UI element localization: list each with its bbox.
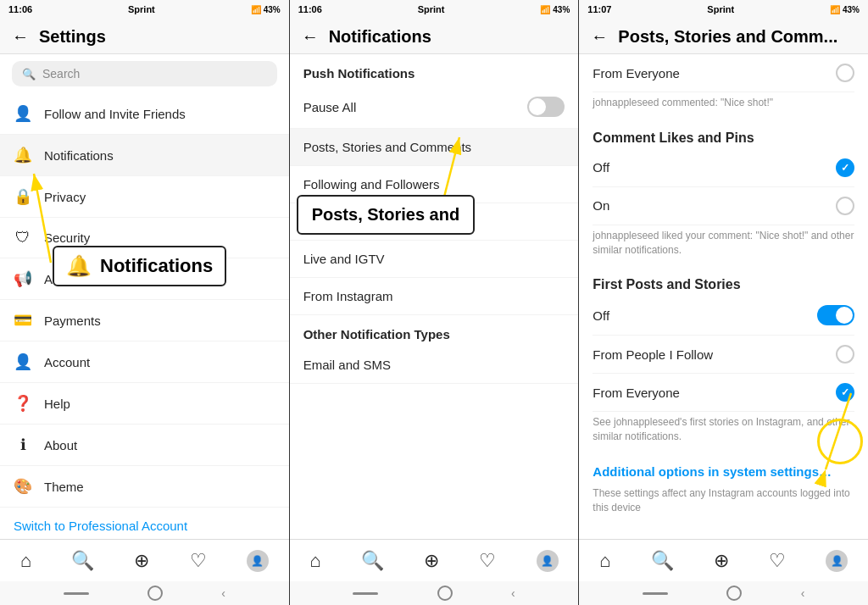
home-nav-1[interactable]: ⌂: [20, 550, 31, 572]
notifications-screen: 11:06 Sprint 📶 43% ← Notifications Push …: [290, 0, 580, 605]
from-people-follow-row[interactable]: From People I Follow: [593, 336, 854, 374]
settings-menu-list: 👤 Follow and Invite Friends 🔔 Notificati…: [0, 93, 289, 539]
gesture-chevron-3: ‹: [801, 586, 805, 600]
gesture-bar-1: ‹: [0, 581, 289, 605]
from-everyone-bottom-row[interactable]: From Everyone: [593, 374, 854, 412]
additional-options-text: Additional options in system settings…: [593, 464, 832, 479]
gesture-chevron-2: ‹: [511, 586, 515, 600]
search-bar[interactable]: 🔍 Search: [12, 61, 277, 86]
back-button-2[interactable]: ←: [302, 27, 319, 47]
menu-item-theme[interactable]: 🎨 Theme: [0, 466, 289, 508]
plus-nav-1[interactable]: ⊕: [134, 550, 149, 572]
status-bar-1: 11:06 Sprint 📶 43%: [0, 0, 289, 19]
from-people-follow-radio[interactable]: [836, 345, 854, 364]
from-everyone-top-label: From Everyone: [593, 66, 836, 80]
switch-professional-link[interactable]: Switch to Professional Account: [0, 508, 289, 539]
time-1: 11:06: [8, 4, 32, 14]
menu-item-notifications[interactable]: 🔔 Notifications: [0, 135, 289, 176]
notif-pause-all[interactable]: Pause All: [290, 86, 579, 129]
posts-stories-label: Posts, Stories and Comments: [303, 140, 471, 154]
avatar-nav-2[interactable]: 👤: [537, 550, 559, 572]
menu-item-follow[interactable]: 👤 Follow and Invite Friends: [0, 93, 289, 135]
menu-item-about[interactable]: ℹ About: [0, 425, 289, 466]
status-icons-2: 📶 43%: [540, 5, 570, 14]
additional-options-link[interactable]: Additional options in system settings…: [593, 452, 854, 483]
heart-nav-3[interactable]: ♡: [769, 550, 786, 572]
about-icon: ℹ: [14, 436, 32, 454]
first-posts-title: First Posts and Stories: [593, 265, 854, 296]
notifications-title: Notifications: [329, 27, 431, 47]
time-3: 11:07: [587, 4, 611, 14]
toggle-knob-pause: [529, 98, 546, 115]
heart-nav-1[interactable]: ♡: [190, 550, 207, 572]
from-instagram-label: From Instagram: [303, 289, 393, 303]
notif-email-sms[interactable]: Email and SMS: [290, 347, 579, 384]
bottom-nav-2: ⌂ 🔍 ⊕ ♡ 👤: [290, 539, 579, 581]
live-label: Live and IGTV: [303, 252, 385, 266]
menu-item-account[interactable]: 👤 Account: [0, 341, 289, 383]
status-bar-2: 11:06 Sprint 📶 43%: [290, 0, 579, 19]
notifications-icon: 🔔: [14, 146, 32, 164]
settings-title: Settings: [39, 27, 106, 47]
back-button-3[interactable]: ←: [591, 27, 608, 47]
notifications-callout: 🔔 Notifications: [53, 246, 226, 286]
home-nav-2[interactable]: ⌂: [309, 550, 320, 572]
toggle-knob-first-posts: [836, 307, 853, 324]
gesture-circle-3: [726, 586, 742, 601]
from-everyone-bottom-radio[interactable]: [836, 383, 854, 402]
toggle-first-posts[interactable]: [817, 305, 854, 325]
account-label: Account: [44, 355, 90, 369]
gesture-chevron-1: ‹: [221, 586, 225, 600]
comment-likes-on-row[interactable]: On: [593, 187, 854, 225]
menu-item-privacy[interactable]: 🔒 Privacy: [0, 176, 289, 218]
callout-bell-icon: 🔔: [66, 254, 92, 278]
first-posts-off-label: Off: [593, 308, 817, 323]
follow-label: Follow and Invite Friends: [44, 107, 186, 121]
heart-nav-2[interactable]: ♡: [479, 550, 496, 572]
first-posts-toggle[interactable]: [817, 305, 854, 325]
plus-nav-3[interactable]: ⊕: [714, 550, 729, 572]
payments-label: Payments: [44, 314, 101, 328]
carrier-3: Sprint: [707, 4, 734, 14]
pause-all-label: Pause All: [303, 100, 357, 114]
from-everyone-top-radio[interactable]: [836, 64, 854, 82]
gesture-circle-2: [437, 586, 453, 601]
email-sms-label: Email and SMS: [303, 358, 391, 372]
posts-stories-callout: Posts, Stories and: [297, 195, 476, 235]
theme-icon: 🎨: [14, 477, 32, 496]
from-everyone-row-top[interactable]: From Everyone: [593, 54, 854, 92]
avatar-nav-1[interactable]: 👤: [247, 550, 269, 572]
first-posts-off-row[interactable]: Off: [593, 296, 854, 336]
search-nav-3[interactable]: 🔍: [651, 550, 674, 572]
bottom-nav-3: ⌂ 🔍 ⊕ ♡ 👤: [579, 539, 868, 581]
notif-live[interactable]: Live and IGTV: [290, 241, 579, 278]
about-label: About: [44, 438, 77, 452]
other-notifications-header: Other Notification Types: [290, 315, 579, 347]
avatar-nav-3[interactable]: 👤: [826, 550, 848, 572]
additional-options-sublabel: These settings affect any Instagram acco…: [593, 483, 854, 524]
search-nav-1[interactable]: 🔍: [71, 550, 94, 572]
posts-stories-header: ← Posts, Stories and Comm...: [579, 19, 868, 54]
settings-screen: 11:06 Sprint 📶 43% ← Settings 🔍 Search 👤…: [0, 0, 290, 605]
notif-posts-stories[interactable]: Posts, Stories and Comments: [290, 129, 579, 166]
comment-likes-off-radio[interactable]: [836, 158, 854, 177]
toggle-pause[interactable]: [527, 97, 565, 117]
comment-likes-off-row[interactable]: Off: [593, 149, 854, 187]
posts-stories-screen: 11:07 Sprint 📶 43% ← Posts, Stories and …: [579, 0, 868, 605]
posts-stories-list: From Everyone johnappleseed commented: "…: [579, 54, 868, 539]
comment-likes-on-radio[interactable]: [836, 197, 854, 215]
privacy-icon: 🔒: [14, 187, 32, 206]
comment-likes-sublabel: johnappleseed liked your comment: "Nice …: [593, 225, 854, 266]
pause-all-toggle[interactable]: [527, 97, 565, 117]
gesture-bar-3: ‹: [579, 581, 868, 605]
account-icon: 👤: [14, 352, 32, 371]
carrier-2: Sprint: [418, 4, 445, 14]
plus-nav-2[interactable]: ⊕: [424, 550, 439, 572]
search-nav-2[interactable]: 🔍: [361, 550, 384, 572]
notif-from-instagram[interactable]: From Instagram: [290, 278, 579, 315]
home-nav-3[interactable]: ⌂: [599, 550, 610, 572]
menu-item-payments[interactable]: 💳 Payments: [0, 300, 289, 341]
menu-item-help[interactable]: ❓ Help: [0, 383, 289, 425]
back-button-1[interactable]: ←: [12, 27, 29, 47]
yellow-circle-highlight: [817, 419, 863, 464]
